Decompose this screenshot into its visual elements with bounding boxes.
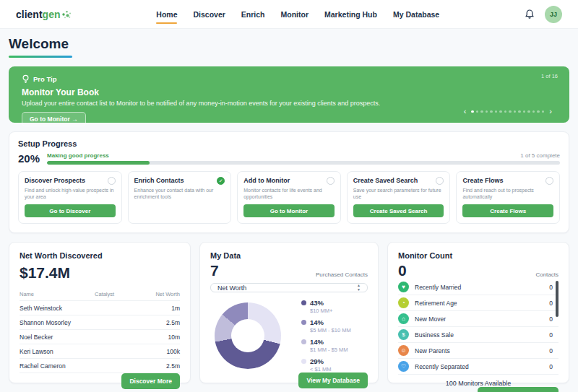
pro-tip-badge: Pro Tip [22,74,556,84]
net-worth-row: Seth Weinstock1m [20,301,180,315]
legend-bullet [301,320,306,325]
carousel-dot[interactable] [499,110,502,113]
monitor-label: Retirement Age [415,300,543,307]
broken-heart-icon: ♡ [398,361,409,372]
view-my-database-button[interactable]: View My Database [298,373,368,388]
progress-bar-fill [47,161,150,165]
create-flows-button[interactable]: Create Flows [462,204,553,217]
legend-item: 14%$5 MM - $10 MM [301,318,351,334]
view-monitored-count-button[interactable]: View Monitored Count [478,387,558,392]
carousel-dot[interactable] [527,110,530,113]
nav-item-my-database[interactable]: My Database [393,7,439,22]
carousel-dot[interactable] [471,110,474,113]
legend-percent: 29% [310,357,324,365]
legend-item: 14%$1 MM - $5 MM [301,338,351,353]
contact-name: Shannon Mosorley [20,319,95,326]
nav-item-marketing-hub[interactable]: Marketing Hub [324,7,377,22]
legend-bullet [301,359,306,364]
carousel-dot[interactable] [490,110,493,113]
monitor-row-retirement-age: ◔Retirement Age0 [398,295,558,311]
monitor-label: Recently Separated [415,363,543,370]
monitor-row-recently-separated: ♡Recently Separated0 [398,359,558,375]
legend-percent: 14% [310,338,324,346]
carousel-dot[interactable] [537,110,540,113]
clientgen-logo[interactable]: clientgen [16,9,71,20]
setup-step-add-to-monitor: Add to MonitorMonitor contacts for life … [237,171,341,224]
net-worth-total: $17.4M [20,264,180,282]
carousel-dot[interactable] [518,110,521,113]
carousel-dot[interactable] [523,110,526,113]
step-header: Create Saved Search [353,177,444,185]
banner-carousel: ‹ › [464,108,552,116]
legend-value-row: 14% [301,318,351,326]
monitor-row-business-sale: $Business Sale0 [398,327,558,343]
progress-bar-track [47,161,560,165]
main-content: Welcome Pro Tip Monitor Your Book Upload… [0,29,578,383]
legend-value-row: 29% [301,357,351,365]
net-worth-row: Shannon Mosorley2.5m [20,315,180,330]
carousel-dot[interactable] [504,110,507,113]
my-data-card: My Data 7 Purchased Contacts Net Worth ▲… [199,242,379,383]
carousel-dot[interactable] [542,110,545,113]
carousel-next-icon[interactable]: › [549,108,552,116]
legend-item: 29%< $1 MM [301,357,351,373]
carousel-prev-icon[interactable]: ‹ [464,108,467,116]
net-worth-chart-area: 43%$10 MM+14%$5 MM - $10 MM14%$1 MM - $5… [210,299,368,373]
carousel-dot[interactable] [514,110,517,113]
pro-tip-badge-label: Pro Tip [33,75,57,83]
monitor-count-number: 0 [398,263,407,278]
net-worth-filter-select[interactable]: Net Worth ▲▼ [210,283,368,292]
donut-legend: 43%$10 MM+14%$5 MM - $10 MM14%$1 MM - $5… [301,299,351,373]
carousel-dot[interactable] [480,110,483,113]
nav-item-monitor[interactable]: Monitor [281,7,309,22]
briefcase-icon: $ [398,329,409,340]
main-nav: HomeDiscoverEnrichMonitorMarketing HubMy… [156,7,439,22]
create-saved-search-button[interactable]: Create Saved Search [353,204,444,217]
carousel-dot[interactable] [532,110,535,113]
nav-item-enrich[interactable]: Enrich [241,7,265,22]
notifications-bell-icon[interactable] [525,9,535,19]
monitor-list-scrollbar[interactable] [556,281,558,317]
step-title: Create Saved Search [353,177,436,184]
legend-item: 43%$10 MM+ [301,299,351,314]
dashboard-page: clientgen HomeDiscoverEnrichMonitorMarke… [0,0,578,392]
column-name: Name [20,291,95,297]
contact-net-worth: 100k [141,348,180,355]
title-underline [9,56,72,58]
carousel-dot[interactable] [476,110,479,113]
discover-more-button[interactable]: Discover More [121,373,180,389]
monitor-count-card: Monitor Count 0 Contacts ♥Recently Marri… [387,242,569,383]
carousel-dot[interactable] [486,110,488,113]
moving-house-icon: ⌂ [398,313,409,324]
step-title: Enrich Contacts [134,177,217,184]
wedding-ring-icon: ♥ [398,282,409,292]
carousel-dot[interactable] [509,110,512,113]
purchased-contacts-label: Purchased Contacts [316,271,368,278]
logo-sparkle-icon [61,9,71,19]
header-right-group: JJ [525,6,562,23]
empty-circle-icon [108,177,116,185]
net-worth-title: Net Worth Discovered [20,251,180,260]
empty-circle-icon [327,177,335,185]
monitor-label: New Parents [415,347,543,354]
legend-percent: 14% [310,318,324,326]
step-description: Enhance your contact data with our enric… [134,187,225,200]
contact-net-worth: 1m [141,305,180,312]
retirement-clock-icon: ◔ [398,297,409,308]
legend-label: $1 MM - $5 MM [310,347,351,353]
monitors-available-label: 100 Monitors Available [398,380,558,387]
go-to-monitor-banner-button[interactable]: Go to Monitor → [22,112,86,126]
legend-value-row: 14% [301,338,351,346]
user-avatar[interactable]: JJ [545,6,562,23]
progress-status: Making good progress [47,152,109,159]
monitor-label: Business Sale [415,331,543,339]
step-header: Create Flows [462,177,553,185]
nav-item-discover[interactable]: Discover [193,7,225,22]
go-to-monitor-button[interactable]: Go to Monitor [243,204,335,217]
net-worth-table: Name Catalyst Net Worth Seth Weinstock1m… [20,287,180,373]
go-to-discover-button[interactable]: Go to Discover [25,204,116,217]
net-worth-row: Rachel Cameron2.5m [20,359,180,373]
legend-label: $10 MM+ [310,308,351,314]
carousel-dot[interactable] [495,110,498,113]
nav-item-home[interactable]: Home [156,7,177,22]
